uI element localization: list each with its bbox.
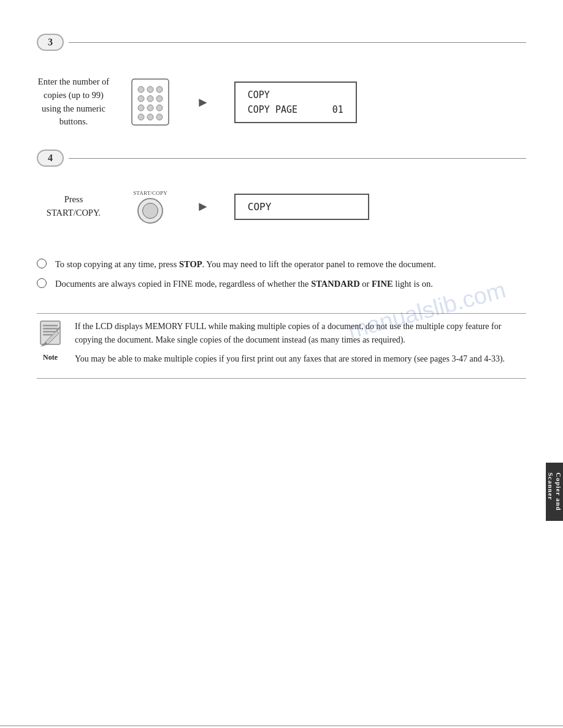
step3-badge: 3 xyxy=(37,34,64,51)
note-label: Note xyxy=(43,353,58,362)
bullet-section: To stop copying at any time, press STOP.… xyxy=(0,246,563,303)
svg-point-8 xyxy=(147,105,153,111)
svg-rect-14 xyxy=(43,325,58,327)
svg-rect-17 xyxy=(43,334,53,336)
svg-point-10 xyxy=(138,114,144,120)
svg-rect-15 xyxy=(43,328,58,330)
step4-header-row: 4 xyxy=(0,150,563,167)
bullet-item-1: To stop copying at any time, press STOP.… xyxy=(37,257,526,271)
step3-lcd: COPY COPY PAGE 01 xyxy=(234,82,357,123)
page: manualslib.com 3 Enter the number of cop… xyxy=(0,34,563,728)
footer: Chapter 5 Using the MultiPASS C2500 as a… xyxy=(0,726,563,728)
note-icon-area: Note xyxy=(37,320,64,362)
svg-point-12 xyxy=(156,114,163,120)
svg-point-9 xyxy=(156,105,163,111)
bullet-text-2: Documents are always copied in FINE mode… xyxy=(55,277,433,290)
step3-lcd-line1: COPY xyxy=(248,88,343,102)
bullet-text-1: To stop copying at any time, press STOP.… xyxy=(55,257,436,271)
note-pencil-icon xyxy=(37,320,64,351)
svg-point-5 xyxy=(147,96,153,102)
svg-point-6 xyxy=(156,96,163,102)
svg-point-1 xyxy=(138,86,144,93)
svg-point-4 xyxy=(138,96,144,102)
step3-section: Enter the number of copies (up to 99) us… xyxy=(0,69,563,135)
bullet-circle-1 xyxy=(37,259,47,268)
svg-point-3 xyxy=(156,86,163,93)
right-tab-text: Copier andScanner xyxy=(546,472,562,511)
step4-row: Press START/COPY. START/COPY ► COPY xyxy=(37,185,526,228)
note-text-area: If the LCD displays MEMORY FULL while ma… xyxy=(75,320,526,372)
step3-row: Enter the number of copies (up to 99) us… xyxy=(37,75,526,129)
step4-section: Press START/COPY. START/COPY ► COPY xyxy=(0,179,563,234)
step3-lcd-line2-right: 01 xyxy=(332,102,343,117)
arrow-step3: ► xyxy=(196,94,210,110)
step4-text: Press START/COPY. xyxy=(37,193,110,220)
arrow-step4: ► xyxy=(196,199,210,214)
step3-header-row: 3 xyxy=(0,34,563,51)
note-para2: You may be able to make multiple copies … xyxy=(75,352,526,366)
bullet-item-2: Documents are always copied in FINE mode… xyxy=(37,277,526,290)
svg-point-7 xyxy=(138,105,144,111)
step3-line xyxy=(69,42,526,43)
step4-lcd: COPY xyxy=(234,194,369,220)
numpad-icon xyxy=(129,76,172,128)
note-inner: Note If the LCD displays MEMORY FULL whi… xyxy=(37,320,526,372)
start-copy-button-icon: START/COPY xyxy=(129,185,172,228)
step3-lcd-line2-left: COPY PAGE xyxy=(248,102,297,117)
right-tab: Copier andScanner xyxy=(546,463,563,521)
start-copy-label: START/COPY xyxy=(133,190,167,196)
bullet-circle-2 xyxy=(37,278,47,288)
btn-circle xyxy=(137,198,163,224)
note-para1: If the LCD displays MEMORY FULL while ma… xyxy=(75,320,526,346)
note-box: Note If the LCD displays MEMORY FULL whi… xyxy=(37,313,526,379)
btn-circle-inner xyxy=(142,203,158,219)
svg-point-2 xyxy=(147,86,153,93)
step3-lcd-line2: COPY PAGE 01 xyxy=(248,102,343,117)
svg-point-11 xyxy=(147,114,153,120)
step3-text: Enter the number of copies (up to 99) us… xyxy=(37,75,110,129)
step4-line xyxy=(69,158,526,159)
step4-badge: 4 xyxy=(37,150,64,167)
